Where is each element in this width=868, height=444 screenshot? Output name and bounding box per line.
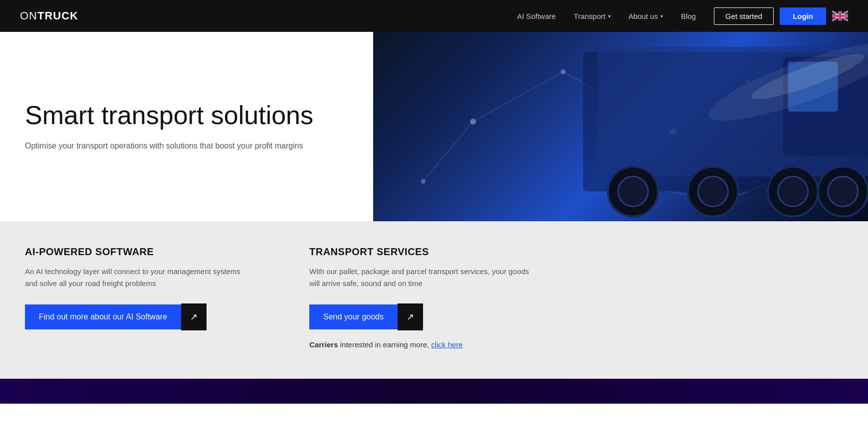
transport-chevron-icon: ▾ (608, 13, 611, 19)
carriers-middle-text: interested in earning more, (338, 340, 432, 349)
svg-point-24 (618, 176, 648, 206)
ai-software-button[interactable]: Find out more about our AI Software ↗ (25, 303, 207, 330)
send-goods-arrow-icon: ↗ (398, 303, 423, 330)
hero-title: Smart transport solutions (25, 101, 348, 130)
nav-link-about-us[interactable]: About us ▾ (629, 12, 663, 20)
transport-card: TRANSPORT SERVICES With our pallet, pack… (309, 246, 574, 349)
nav-item-blog[interactable]: Blog (681, 12, 696, 20)
svg-point-28 (778, 176, 808, 206)
logo[interactable]: ONTRUCK (20, 9, 78, 22)
carriers-click-here-link[interactable]: click here (431, 340, 462, 349)
hero-left: Smart transport solutions Optimise your … (0, 32, 373, 221)
hero-row: Smart transport solutions Optimise your … (0, 32, 868, 221)
login-button[interactable]: Login (780, 7, 826, 25)
svg-point-30 (828, 176, 858, 206)
main-content: Smart transport solutions Optimise your … (0, 32, 868, 404)
ai-card-label: AI-POWERED SOFTWARE (25, 246, 289, 258)
cards-grid: AI-POWERED SOFTWARE An AI technology lay… (25, 246, 574, 349)
truck-illustration (373, 32, 868, 221)
get-started-button[interactable]: Get started (714, 7, 774, 25)
language-flag-icon[interactable] (832, 10, 848, 21)
nav-link-blog[interactable]: Blog (681, 12, 696, 20)
ai-button-arrow-icon: ↗ (181, 303, 207, 330)
bottom-bar (0, 379, 868, 404)
nav-item-transport[interactable]: Transport ▾ (574, 12, 611, 20)
nav-item-ai-software[interactable]: AI Software (517, 12, 556, 20)
nav-links: AI Software Transport ▾ About us ▾ Blog (517, 12, 696, 20)
carriers-text: Carriers interested in earning more, cli… (309, 340, 574, 349)
transport-card-label: TRANSPORT SERVICES (309, 246, 574, 258)
hero-background-image (373, 32, 868, 221)
nav-actions: Get started Login (714, 7, 848, 25)
logo-on: ON (20, 9, 37, 22)
ai-button-text: Find out more about our AI Software (25, 304, 181, 329)
ai-card-description: An AI technology layer will connect to y… (25, 266, 254, 290)
nav-item-about-us[interactable]: About us ▾ (629, 12, 663, 20)
transport-card-description: With our pallet, package and parcel tran… (309, 266, 539, 290)
send-goods-button[interactable]: Send your goods ↗ (309, 303, 423, 330)
about-chevron-icon: ▾ (660, 13, 663, 19)
nav-link-transport[interactable]: Transport ▾ (574, 12, 611, 20)
nav-link-ai-software[interactable]: AI Software (517, 12, 556, 20)
hero-subtitle: Optimise your transport operations with … (25, 140, 348, 152)
svg-point-26 (698, 176, 728, 206)
cards-section: AI-POWERED SOFTWARE An AI technology lay… (0, 221, 868, 379)
send-goods-button-text: Send your goods (309, 304, 398, 329)
carriers-label: Carriers (309, 340, 338, 349)
navbar: ONTRUCK AI Software Transport ▾ About us… (0, 0, 868, 32)
logo-truck: TRUCK (37, 9, 78, 22)
ai-card: AI-POWERED SOFTWARE An AI technology lay… (25, 246, 289, 349)
hero-right (373, 32, 868, 221)
